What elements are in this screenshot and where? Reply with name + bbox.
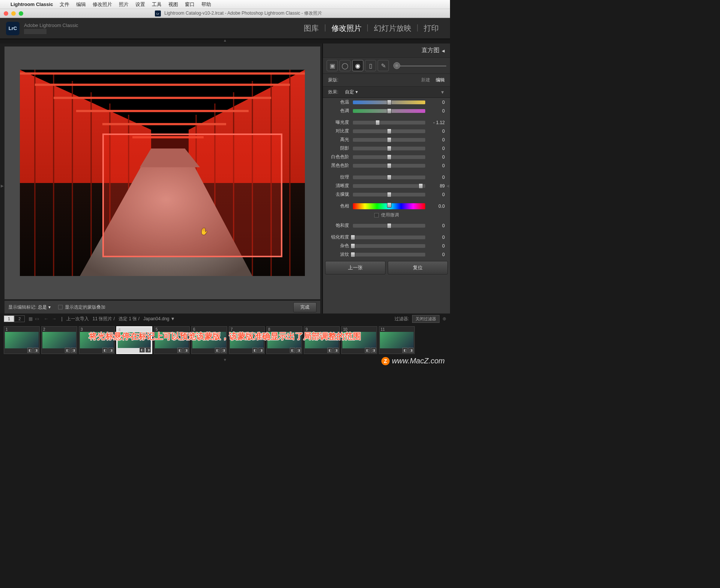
- fine-tune-checkbox[interactable]: [374, 213, 379, 218]
- badge-icon[interactable]: ◨: [183, 348, 189, 353]
- slider-thumb[interactable]: [387, 223, 392, 228]
- nav-forward-icon[interactable]: →: [52, 316, 57, 321]
- thumbnail-8[interactable]: 8◧◨: [266, 326, 302, 354]
- identity-plate[interactable]: [24, 29, 46, 34]
- slider-thumb[interactable]: [351, 252, 355, 257]
- mask-new-button[interactable]: 新建: [421, 77, 430, 82]
- thumbnail-11[interactable]: 11◧◨: [379, 326, 415, 354]
- slider-thumb[interactable]: [351, 235, 355, 240]
- badge-icon[interactable]: ◧: [177, 348, 183, 353]
- slider-track[interactable]: [353, 224, 425, 228]
- grid-view-icon[interactable]: ▦: [28, 316, 33, 321]
- thumbnail-9[interactable]: 9◧◨: [304, 326, 340, 354]
- tab-slideshow[interactable]: 幻灯片放映: [369, 23, 417, 33]
- slider-track[interactable]: [353, 203, 425, 209]
- badge-icon[interactable]: ◨: [146, 347, 151, 352]
- slider-thumb[interactable]: [375, 120, 380, 125]
- badge-icon[interactable]: ◧: [327, 348, 333, 353]
- reset-button[interactable]: 复位: [388, 261, 448, 274]
- badge-icon[interactable]: ◧: [140, 347, 145, 352]
- menu-help[interactable]: 帮助: [201, 1, 211, 8]
- filter-lock-icon[interactable]: ⊕: [442, 316, 446, 321]
- slider-track[interactable]: [353, 164, 425, 168]
- menu-photo[interactable]: 照片: [119, 1, 129, 8]
- slider-thumb[interactable]: [418, 183, 423, 189]
- slider-thumb[interactable]: [387, 175, 392, 180]
- slider-track[interactable]: [353, 184, 425, 188]
- minimize-window-icon[interactable]: [11, 11, 16, 16]
- badge-icon[interactable]: ◨: [333, 348, 339, 353]
- thumbnail-6[interactable]: 6◧◨: [191, 326, 227, 354]
- slider-track[interactable]: [353, 155, 425, 159]
- badge-icon[interactable]: ◧: [65, 348, 70, 353]
- mask-overlay-checkbox[interactable]: [58, 305, 63, 309]
- menubar-app-name[interactable]: Lightroom Classic: [10, 2, 53, 7]
- badge-icon[interactable]: ◨: [408, 348, 414, 353]
- photo-preview[interactable]: ✋: [20, 70, 305, 276]
- thumbnail-3[interactable]: 3◧◨: [79, 326, 115, 354]
- filmstrip[interactable]: 将光标悬停在标记上可以预览该蒙版，该蒙版准确显示出了局部调整的范围 1◧◨2◧◨…: [0, 324, 450, 358]
- brush-tool-icon[interactable]: ✎: [378, 60, 389, 71]
- thumbnail-4[interactable]: 4◧◨: [116, 326, 152, 354]
- slider-track[interactable]: [353, 244, 425, 248]
- badge-icon[interactable]: ◧: [365, 348, 370, 353]
- view-1-button[interactable]: 1: [4, 315, 14, 322]
- badge-icon[interactable]: ◧: [102, 348, 108, 353]
- slider-track[interactable]: [353, 121, 425, 124]
- image-canvas[interactable]: ✋: [4, 46, 320, 299]
- slider-track[interactable]: [353, 253, 425, 256]
- previous-button[interactable]: 上一张: [325, 261, 386, 274]
- menu-file[interactable]: 文件: [60, 1, 69, 8]
- slider-thumb[interactable]: [387, 154, 392, 160]
- slider-track[interactable]: [353, 109, 425, 113]
- menu-settings[interactable]: 设置: [135, 1, 145, 8]
- slider-track[interactable]: [353, 236, 425, 239]
- slider-thumb[interactable]: [351, 243, 355, 249]
- crop-tool-icon[interactable]: ▣: [327, 60, 338, 71]
- breadcrumb[interactable]: 上一次导入: [66, 316, 89, 322]
- slider-thumb[interactable]: [387, 129, 392, 134]
- done-button[interactable]: 完成: [293, 302, 316, 312]
- badge-icon[interactable]: ◨: [108, 348, 114, 353]
- tab-library[interactable]: 图库: [298, 23, 324, 33]
- thumbnail-2[interactable]: 2◧◨: [41, 326, 77, 354]
- thumbnail-7[interactable]: 7◧◨: [229, 326, 265, 354]
- menu-edit[interactable]: 编辑: [76, 1, 86, 8]
- slider-track[interactable]: [353, 100, 425, 104]
- slider-thumb[interactable]: [387, 163, 392, 168]
- effect-preset[interactable]: 自定 ▾: [345, 89, 357, 95]
- graduated-filter-tool-icon[interactable]: ▯: [365, 60, 376, 71]
- menu-develop[interactable]: 修改照片: [93, 1, 112, 8]
- menu-window[interactable]: 窗口: [185, 1, 195, 8]
- badge-icon[interactable]: ◧: [402, 348, 408, 353]
- thumbnail-1[interactable]: 1◧◨: [4, 326, 40, 354]
- slider-thumb[interactable]: [387, 137, 392, 142]
- tab-print[interactable]: 打印: [418, 23, 444, 33]
- collapse-top-icon[interactable]: ▲: [0, 39, 450, 44]
- maximize-window-icon[interactable]: [19, 11, 23, 16]
- show-pins-dropdown[interactable]: 总是 ▾: [38, 304, 50, 310]
- radial-filter-tool-icon[interactable]: ◉: [352, 60, 363, 71]
- slider-thumb[interactable]: [387, 192, 392, 197]
- badge-icon[interactable]: ◧: [252, 348, 258, 353]
- effect-collapse-icon[interactable]: ▼: [440, 90, 445, 95]
- spot-removal-tool-icon[interactable]: ◯: [339, 60, 351, 71]
- effect-row[interactable]: 效果: 自定 ▾ ▼: [323, 87, 450, 98]
- tab-develop[interactable]: 修改照片: [326, 23, 367, 33]
- filter-dropdown[interactable]: 关闭过滤器: [412, 315, 440, 323]
- view-2-button[interactable]: 2: [14, 315, 25, 322]
- slider-track[interactable]: [353, 138, 425, 142]
- thumbnail-5[interactable]: 5◧◨: [154, 326, 190, 354]
- collapse-right-icon[interactable]: ◀: [446, 184, 449, 188]
- histogram-header[interactable]: 直方图◀: [323, 44, 450, 58]
- exposure-dial[interactable]: [393, 61, 446, 70]
- collapse-left-icon[interactable]: ▶: [1, 184, 4, 188]
- dial-knob-icon[interactable]: [393, 62, 400, 69]
- badge-icon[interactable]: ◨: [371, 348, 376, 353]
- close-window-icon[interactable]: [4, 11, 8, 16]
- slider-thumb[interactable]: [387, 108, 392, 114]
- nav-back-icon[interactable]: ←: [44, 316, 48, 321]
- thumbnail-10[interactable]: 10◧◨: [341, 326, 377, 354]
- mask-edit-button[interactable]: 编辑: [436, 77, 445, 82]
- slider-track[interactable]: [353, 176, 425, 179]
